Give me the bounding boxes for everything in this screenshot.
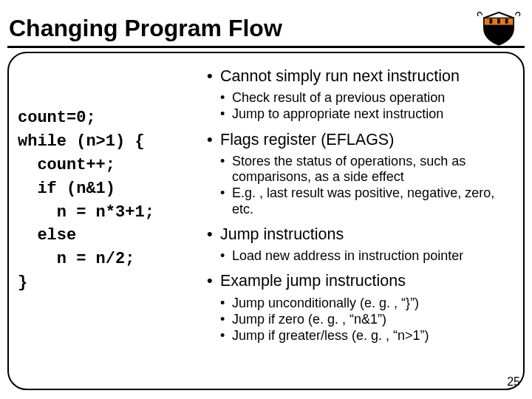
- bullet-l2: Load new address in instruction pointer: [207, 248, 516, 264]
- code-column: count=0; while (n>1) { count++; if (n&1)…: [16, 64, 202, 383]
- princeton-shield-icon: [473, 9, 525, 47]
- title-bar: Changing Program Flow: [7, 6, 525, 50]
- bullet-group-4: Example jump instructions: [207, 271, 516, 290]
- svg-rect-3: [505, 19, 508, 24]
- slide-title: Changing Program Flow: [7, 15, 282, 42]
- title-underline: [7, 46, 525, 48]
- bullet-sub-2: Stores the status of operations, such as…: [207, 154, 516, 217]
- content-area: count=0; while (n>1) { count++; if (n&1)…: [16, 64, 516, 383]
- bullet-group-3: Jump instructions: [207, 225, 516, 244]
- bullet-l2: Jump unconditionally (e. g. , “}”): [207, 296, 516, 311]
- bullet-sub-1: Check result of a previous operation Jum…: [207, 90, 516, 122]
- bullet-l1: Example jump instructions: [207, 271, 516, 290]
- bullet-l2: E.g. , last result was positive, negativ…: [207, 185, 516, 216]
- page-number: 25: [507, 375, 520, 389]
- code-block: count=0; while (n>1) { count++; if (n&1)…: [18, 106, 202, 295]
- bullet-l2: Jump if greater/less (e. g. , “n>1”): [207, 328, 516, 344]
- bullet-l2: Jump to appropriate next instruction: [207, 106, 516, 122]
- bullet-sub-3: Load new address in instruction pointer: [207, 248, 516, 264]
- bullet-l1: Jump instructions: [207, 225, 516, 244]
- bullet-group-1: Cannot simply run next instruction: [207, 66, 516, 86]
- bullet-l1: Cannot simply run next instruction: [207, 66, 516, 86]
- bullet-column: Cannot simply run next instruction Check…: [202, 64, 516, 383]
- svg-rect-1: [490, 19, 493, 24]
- slide: Changing Program Flow count=0; while (n>…: [0, 0, 532, 399]
- bullet-l2: Jump if zero (e. g. , “n&1”): [207, 312, 516, 327]
- bullet-group-2: Flags register (EFLAGS): [207, 130, 516, 149]
- bullet-l2: Check result of a previous operation: [207, 90, 516, 106]
- bullet-sub-4: Jump unconditionally (e. g. , “}”) Jump …: [207, 296, 516, 344]
- bullet-l1: Flags register (EFLAGS): [207, 130, 516, 149]
- bullet-l2: Stores the status of operations, such as…: [207, 154, 516, 185]
- svg-rect-2: [497, 19, 500, 24]
